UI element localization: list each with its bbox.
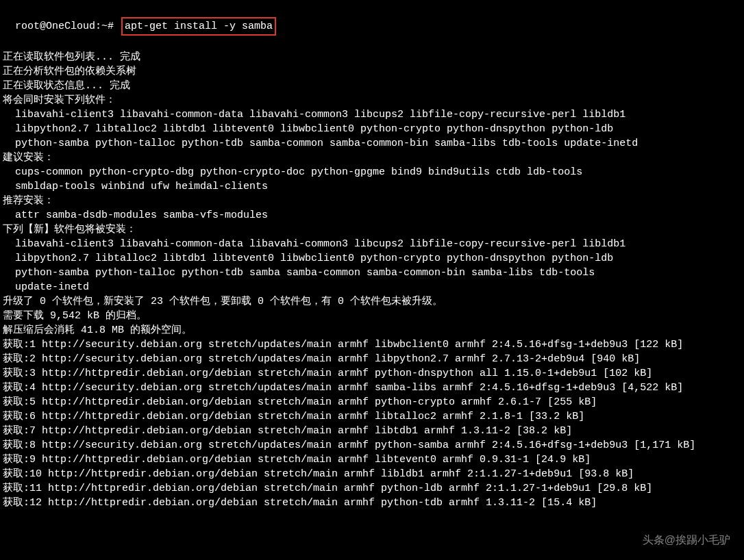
shell-prompt: root@OneCloud:~#: [15, 21, 120, 32]
output-line: 获取:1 http://security.debian.org stretch/…: [3, 338, 741, 352]
output-line: 获取:8 http://security.debian.org stretch/…: [3, 438, 741, 453]
output-line: 将会同时安装下列软件：: [3, 93, 741, 107]
output-line: attr samba-dsdb-modules samba-vfs-module…: [3, 208, 741, 222]
output-line: libpython2.7 libtalloc2 libtdb1 libteven…: [3, 251, 741, 266]
output-line: python-samba python-talloc python-tdb sa…: [3, 136, 741, 151]
output-line: libavahi-client3 libavahi-common-data li…: [3, 107, 741, 122]
output-line: 获取:4 http://security.debian.org stretch/…: [3, 381, 741, 395]
output-line: update-inetd: [3, 280, 741, 294]
output-line: 获取:9 http://httpredir.debian.org/debian …: [3, 453, 741, 467]
output-line: 获取:12 http://httpredir.debian.org/debian…: [3, 496, 741, 510]
output-line: cups-common python-crypto-dbg python-cry…: [3, 165, 741, 179]
output-line: 正在读取软件包列表... 完成: [3, 50, 741, 64]
output-line: libpython2.7 libtalloc2 libtdb1 libteven…: [3, 122, 741, 136]
terminal-output[interactable]: root@OneCloud:~# apt-get install -y samb…: [3, 3, 741, 524]
output-line: 需要下载 9,542 kB 的归档。: [3, 309, 741, 323]
command-highlight: apt-get install -y samba: [121, 17, 276, 36]
output-line: 正在读取状态信息... 完成: [3, 79, 741, 93]
output-line: smbldap-tools winbind ufw heimdal-client…: [3, 179, 741, 194]
output-line: libavahi-client3 libavahi-common-data li…: [3, 237, 741, 251]
output-line: 建议安装：: [3, 151, 741, 165]
output-line: 获取:11 http://httpredir.debian.org/debian…: [3, 481, 741, 496]
output-line: 获取:5 http://httpredir.debian.org/debian …: [3, 395, 741, 409]
output-line: 获取:7 http://httpredir.debian.org/debian …: [3, 424, 741, 438]
output-line: 升级了 0 个软件包，新安装了 23 个软件包，要卸载 0 个软件包，有 0 个…: [3, 294, 741, 309]
output-line: 获取:3 http://httpredir.debian.org/debian …: [3, 366, 741, 381]
output-line: 获取:2 http://security.debian.org stretch/…: [3, 352, 741, 366]
output-line: python-samba python-talloc python-tdb sa…: [3, 266, 741, 280]
output-line: 获取:6 http://httpredir.debian.org/debian …: [3, 409, 741, 424]
output-lines: 正在读取软件包列表... 完成正在分析软件包的依赖关系树正在读取状态信息... …: [3, 50, 741, 510]
output-line: 下列【新】软件包将被安装：: [3, 222, 741, 237]
watermark-text: 头条@挨踢小毛驴: [643, 533, 730, 548]
output-line: 推荐安装：: [3, 194, 741, 208]
output-line: 正在分析软件包的依赖关系树: [3, 64, 741, 79]
output-line: 获取:10 http://httpredir.debian.org/debian…: [3, 467, 741, 481]
output-line: 解压缩后会消耗 41.8 MB 的额外空间。: [3, 323, 741, 338]
